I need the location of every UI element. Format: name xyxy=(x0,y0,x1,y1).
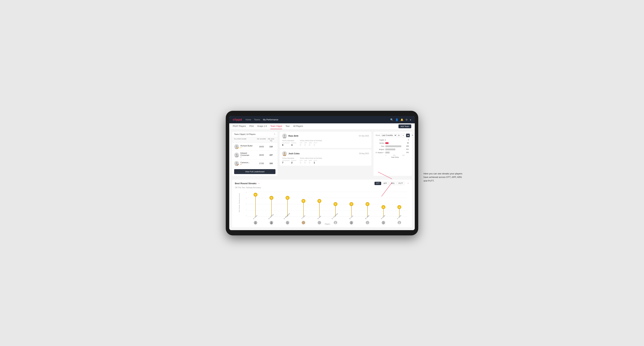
streak-bubble-quick: 3x xyxy=(398,205,401,209)
grid-view-btn[interactable]: ⊞ xyxy=(397,134,401,137)
player-avatar-3: 3 xyxy=(234,161,239,166)
card-name-rees: Rees Britt xyxy=(288,135,359,137)
nav-link-teams[interactable]: Teams xyxy=(254,118,260,122)
streak-line-billingham xyxy=(287,198,288,216)
svg-point-16 xyxy=(303,222,304,223)
svg-point-22 xyxy=(351,222,352,223)
add-team-button[interactable]: Add Team xyxy=(398,124,411,128)
view-leaderboard-button[interactable]: View Full Leaderboard xyxy=(234,169,276,174)
tablet-screen: clippd Home Teams My Performance 🔍 👤 🔔 ⚙… xyxy=(229,116,415,230)
player-score-1: 19/20 xyxy=(256,146,267,148)
y-ticks: 8 6 4 2 0 xyxy=(244,192,247,216)
svg-point-12 xyxy=(271,222,272,223)
edit-icon[interactable]: ✎ xyxy=(274,133,276,135)
chart-col-ewert: 7x E. Ewert xyxy=(248,192,264,216)
svg-point-7 xyxy=(283,137,286,138)
nav-bar: clippd Home Teams My Performance 🔍 👤 🔔 ⚙… xyxy=(229,116,415,123)
detail-view-btn[interactable]: ☰ xyxy=(410,134,414,137)
bottom-section: Best Round Streaks ← OTT APP ARG PUTT → xyxy=(229,178,415,230)
player-card-rees: Rees Britt 02 Sep 2023 Total Rounds Tour… xyxy=(280,132,371,148)
streak-bubble-ewert: 7x xyxy=(254,193,258,197)
streak-bubble-billingham: 6x xyxy=(286,196,290,200)
chart-view-btn[interactable]: ▣ xyxy=(406,134,410,137)
chart-row-dbogeys: D. Bogeys + 131 xyxy=(376,151,404,154)
chart-col-britt: 5x R. Britt xyxy=(312,192,328,216)
player-label-mcherg: B. McHerg xyxy=(268,214,274,219)
streaks-chart-container: Best Streak, Fairway Accuracy 8 6 4 2 0 xyxy=(235,190,409,225)
chart-panel: Show Last 3 months ⊞ ≡ ▣ ☰ xyxy=(374,132,412,176)
svg-point-9 xyxy=(283,154,286,156)
settings-icon[interactable]: ⚙ xyxy=(406,118,408,121)
streaks-header: Best Round Streaks ← OTT APP ARG PUTT → xyxy=(235,182,409,185)
player-score-2: 18/20 xyxy=(256,154,267,156)
player-label-crossman: E. Crossman xyxy=(332,213,338,219)
show-bar: Show Last 3 months ⊞ ≡ ▣ ☰ xyxy=(376,134,410,137)
svg-point-8 xyxy=(284,152,286,154)
player-name-wrap-1: Richard Butler ♥ xyxy=(240,145,256,149)
search-icon[interactable]: 🔍 xyxy=(390,118,393,121)
chart-col-quick: 3x C. Quick xyxy=(392,192,408,216)
streak-bubble-butler: 3x xyxy=(382,205,385,209)
streak-bubble-britt: 5x xyxy=(318,199,321,203)
bar-pars xyxy=(385,145,401,147)
player-avg-3: 103 xyxy=(267,162,276,165)
player-row[interactable]: 1 Richard Butler ♥ 19/20 110 xyxy=(232,143,278,151)
list-view-btn[interactable]: ≡ xyxy=(402,134,405,137)
streak-line-coles xyxy=(303,201,304,216)
svg-point-6 xyxy=(284,135,286,136)
show-select[interactable]: Last 3 months xyxy=(380,134,397,137)
card-date-josh: 26 Aug 2023 xyxy=(359,153,369,155)
avatar-icon[interactable]: ● xyxy=(410,118,411,121)
logo: clippd xyxy=(233,118,242,121)
nav-link-home[interactable]: Home xyxy=(246,118,251,122)
svg-point-10 xyxy=(255,222,256,223)
bell-icon[interactable]: 🔔 xyxy=(400,118,404,121)
player-cards-panel: Rees Britt 02 Sep 2023 Total Rounds Tour… xyxy=(280,132,371,176)
annotation-text: Here you can see streaks your players ha… xyxy=(424,172,464,183)
card-stats-rees: Total Rounds Tournament 8 Practice 4 xyxy=(282,140,369,146)
chart-row-eagles: Eagles 3 xyxy=(376,139,404,141)
subnav-allplayers[interactable]: All Players xyxy=(293,124,303,129)
streaks-arrow-left: ← xyxy=(258,182,260,185)
chart-col-billingham: 6x D. Billingham xyxy=(280,192,296,216)
streak-bubble-ford: 4x xyxy=(350,202,353,206)
svg-point-0 xyxy=(236,145,238,147)
view-icons: ⊞ ≡ ▣ ☰ xyxy=(397,134,414,137)
filter-putt[interactable]: PUTT xyxy=(397,182,404,185)
subnav-pgat[interactable]: PGAT Players xyxy=(233,124,246,129)
streak-bubble-crossman: 4x xyxy=(334,202,338,206)
filter-app[interactable]: APP xyxy=(382,182,388,185)
player-row[interactable]: 2 Edward Crossman ♥ 18/20 107 xyxy=(232,151,278,160)
filter-arg[interactable]: ARG xyxy=(389,182,396,185)
team-title: Team Clippd | 14 Players xyxy=(234,133,256,135)
player-name-wrap-3: Cameron... ♥ xyxy=(240,162,256,165)
tablet-frame: clippd Home Teams My Performance 🔍 👤 🔔 ⚙… xyxy=(226,111,418,235)
subnav-pga[interactable]: PGA xyxy=(249,124,254,129)
user-icon[interactable]: 👤 xyxy=(395,118,398,121)
filter-ott[interactable]: OTT xyxy=(374,182,381,185)
player-name-3: Cameron... xyxy=(240,162,256,164)
subnav-hcaps[interactable]: Hcaps 1-5 xyxy=(257,124,267,129)
chart-row-pars: Pars 499 xyxy=(376,145,404,148)
player-name-wrap-2: Edward Crossman ♥ xyxy=(240,152,256,158)
player-score-3: 17/20 xyxy=(256,162,267,165)
player-name-2: Edward Crossman xyxy=(240,152,256,156)
svg-point-24 xyxy=(367,222,368,223)
subnav-teamclippd[interactable]: Team Clippd xyxy=(270,124,282,129)
team-header: Team Clippd | 14 Players ✎ xyxy=(232,132,278,137)
rank-badge-3: 3 xyxy=(237,164,239,166)
player-card-josh: Josh Coles 26 Aug 2023 Total Rounds Tour… xyxy=(280,149,371,166)
player-avatar-1: 1 xyxy=(234,144,239,149)
subnav-tour[interactable]: Tour xyxy=(286,124,290,129)
streak-line-britt xyxy=(319,201,320,216)
bar-eagles xyxy=(385,139,386,141)
col-pb-avg: PB AVG SQ xyxy=(267,138,276,142)
stat-group-practice-rees: Total Practice Activities OTT 0 APP 0 xyxy=(300,140,322,146)
player-row[interactable]: 3 Cameron... ♥ 17/20 103 xyxy=(232,160,278,168)
nav-icons: 🔍 👤 🔔 ⚙ ● xyxy=(390,118,411,121)
sub-nav: PGAT Players PGA Hcaps 1-5 Team Clippd T… xyxy=(229,123,415,130)
svg-point-4 xyxy=(236,162,238,164)
card-stats-josh: Total Rounds Tournament 7 Practice 2 xyxy=(282,158,369,164)
nav-link-myperformance[interactable]: My Performance xyxy=(263,118,278,122)
chart-col-coles: 5x J. Coles xyxy=(296,192,311,216)
